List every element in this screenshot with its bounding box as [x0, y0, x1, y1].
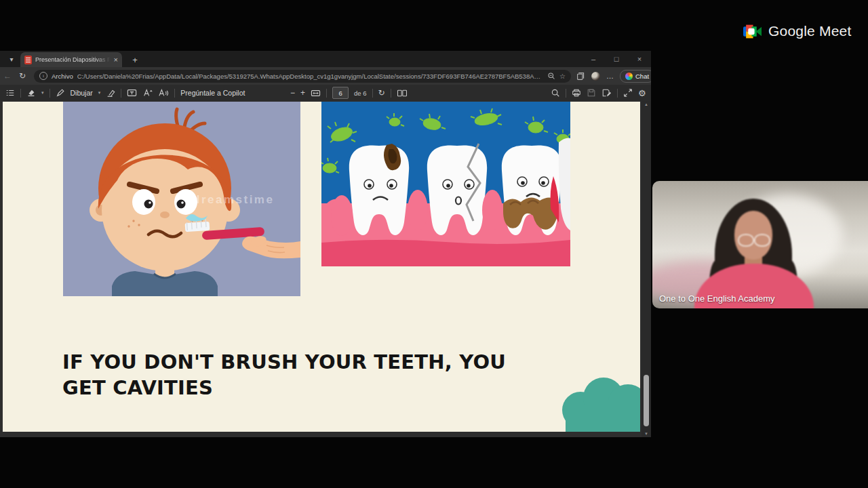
favorite-star-icon[interactable]: ☆: [559, 73, 566, 80]
tab-close-icon[interactable]: ×: [114, 56, 118, 64]
teeth-cavities-image: [321, 102, 570, 266]
glasses-right-lens: [754, 234, 770, 247]
highlighter-icon[interactable]: [26, 88, 36, 98]
profile-avatar[interactable]: [591, 72, 600, 81]
add-text-icon[interactable]: [142, 88, 153, 98]
save-as-icon[interactable]: [601, 88, 612, 98]
zoom-in-icon[interactable]: +: [300, 89, 305, 97]
window-close-button[interactable]: ×: [628, 51, 651, 67]
google-meet-label: Google Meet: [768, 23, 851, 39]
pdf-file-icon: [24, 56, 32, 64]
print-icon[interactable]: [572, 88, 581, 98]
more-menu-icon[interactable]: …: [606, 73, 614, 80]
save-icon[interactable]: [587, 88, 596, 98]
page-count-label: de 6: [354, 89, 367, 97]
page-number-input[interactable]: [332, 87, 349, 99]
draw-pen-icon[interactable]: [56, 88, 65, 98]
divider: [566, 89, 566, 98]
page-view-icon[interactable]: [397, 89, 408, 98]
address-bar: ← ↻ i Archivo C:/Users/Daniela%20Frias/A…: [0, 67, 651, 85]
zoom-out-icon[interactable]: −: [290, 89, 295, 97]
read-aloud-icon[interactable]: [158, 88, 169, 98]
table-of-contents-icon[interactable]: [5, 88, 15, 98]
settings-gear-icon[interactable]: ⚙: [638, 89, 646, 98]
watermark-text: dreamstime: [193, 193, 274, 207]
draw-label[interactable]: Dibujar: [71, 89, 93, 97]
glasses-left-lens: [738, 234, 754, 247]
fit-to-width-icon[interactable]: [311, 89, 321, 98]
copilot-icon: [625, 73, 633, 80]
draw-chevron-icon[interactable]: ▾: [98, 90, 101, 96]
zoom-out-page-icon[interactable]: [547, 72, 555, 80]
divider: [326, 89, 327, 98]
tab-search-chevron-icon[interactable]: ▾: [4, 53, 19, 65]
google-meet-brand: Google Meet: [743, 23, 851, 39]
fullscreen-icon[interactable]: [623, 88, 633, 98]
divider: [617, 89, 618, 98]
slide-page: dreamstime: [3, 102, 640, 432]
highlighter-chevron-icon[interactable]: ▾: [41, 90, 44, 96]
window-minimize-button[interactable]: –: [582, 51, 605, 67]
tab-strip: ▾ Presentación Diapositivas Proyecto × +…: [0, 51, 651, 67]
chat-button-label: Chat: [635, 73, 649, 80]
slide-title: IF YOU DON'T BRUSH YOUR TEETH, YOU GET C…: [62, 350, 553, 401]
pdf-content-area: dreamstime: [0, 101, 651, 437]
collections-icon[interactable]: [576, 72, 585, 81]
eraser-icon[interactable]: [106, 88, 115, 98]
pdf-scrollbar[interactable]: ▲ ▼: [642, 101, 651, 437]
window-maximize-button[interactable]: □: [605, 51, 628, 67]
participant-face: [734, 211, 772, 260]
copilot-chat-button[interactable]: Chat: [620, 70, 651, 83]
search-document-icon[interactable]: [551, 88, 560, 98]
back-button[interactable]: ←: [0, 71, 15, 81]
divider: [20, 89, 21, 98]
shared-browser-window: ▾ Presentación Diapositivas Proyecto × +…: [0, 51, 651, 437]
browser-tab-pdf[interactable]: Presentación Diapositivas Proyecto ×: [20, 52, 122, 67]
rotate-page-icon[interactable]: ↻: [378, 89, 385, 97]
text-box-icon[interactable]: [127, 88, 137, 98]
divider: [372, 89, 373, 98]
refresh-button[interactable]: ↻: [15, 71, 30, 81]
scroll-up-icon[interactable]: ▲: [642, 102, 651, 106]
url-field[interactable]: i Archivo C:/Users/Daniela%20Frias/AppDa…: [34, 70, 571, 83]
divider: [174, 89, 175, 98]
page-info-icon[interactable]: i: [39, 72, 47, 80]
url-text: C:/Users/Daniela%20Frias/AppData/Local/P…: [77, 73, 543, 80]
divider: [391, 89, 391, 98]
participant-name-label: One to One English Academy: [659, 293, 775, 304]
participant-person: [652, 181, 868, 308]
divider: [121, 89, 121, 98]
meet-stage: Google Meet ▾ Presentación Diapositivas …: [0, 0, 868, 488]
participant-video-tile[interactable]: One to One English Academy: [652, 181, 868, 308]
google-meet-icon: [743, 24, 762, 39]
file-scheme-label: Archivo: [52, 73, 73, 80]
pdf-toolbar: ▾ Dibujar ▾: [0, 85, 651, 101]
new-tab-button[interactable]: +: [129, 54, 141, 66]
tab-title: Presentación Diapositivas Proyecto: [35, 56, 111, 63]
teal-blob-decoration: [560, 378, 640, 432]
divider: [50, 89, 50, 98]
ask-copilot-button[interactable]: Pregúntale a Copilot: [180, 89, 245, 97]
scroll-down-icon[interactable]: ▼: [642, 432, 651, 436]
scrollbar-thumb[interactable]: [644, 375, 649, 426]
